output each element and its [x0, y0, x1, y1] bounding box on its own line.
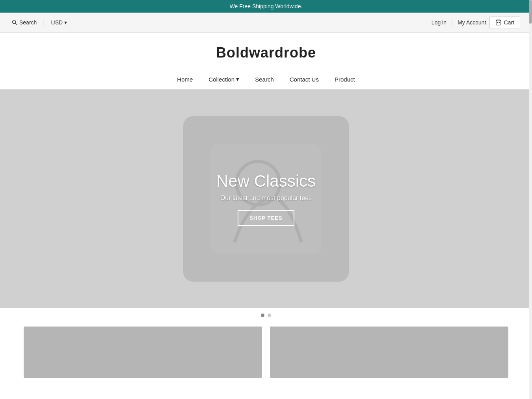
hero-title: New Classics — [216, 172, 316, 191]
scrollbar-thumb[interactable] — [529, 0, 532, 24]
currency-selector[interactable]: USD ▾ — [51, 19, 67, 26]
search-button[interactable]: Search — [12, 19, 37, 26]
slider-dots — [0, 308, 532, 323]
brand-name: Boldwardrobe — [8, 45, 524, 61]
hero-subtitle: Our latest and most popular tees — [216, 195, 316, 202]
hero-content: New Classics Our latest and most popular… — [216, 172, 316, 226]
scrollbar[interactable] — [529, 0, 532, 378]
account-link[interactable]: My Account — [458, 19, 486, 26]
search-icon — [12, 20, 17, 25]
nav-item-product[interactable]: Product — [335, 76, 355, 83]
shop-tees-button[interactable]: SHOP TEES — [238, 210, 294, 226]
currency-dropdown-icon: ▾ — [64, 19, 67, 26]
preview-card-2[interactable] — [270, 327, 508, 378]
nav-divider-2: | — [451, 19, 453, 26]
brand-header: Boldwardrobe — [0, 33, 532, 69]
announcement-text: We Free Shipping Worldwide. — [230, 3, 303, 9]
announcement-bar: We Free Shipping Worldwide. — [0, 0, 532, 13]
login-link[interactable]: Log in — [432, 19, 446, 26]
preview-card-1[interactable] — [24, 327, 262, 378]
currency-label: USD — [51, 19, 63, 26]
nav-item-home[interactable]: Home — [177, 76, 193, 83]
nav-item-contact[interactable]: Contact Us — [290, 76, 319, 83]
slider-dot-2[interactable] — [268, 314, 271, 317]
search-label: Search — [19, 19, 37, 26]
nav-item-collection[interactable]: Collection ▾ — [208, 76, 239, 83]
bottom-preview-cards — [0, 323, 532, 378]
utility-nav-right: Log in | My Account Cart — [432, 17, 520, 28]
cart-button[interactable]: Cart — [489, 17, 520, 28]
utility-nav: Search | USD ▾ Log in | My Account Cart — [0, 13, 532, 33]
slider-dot-1[interactable] — [261, 314, 264, 317]
svg-point-0 — [12, 20, 15, 23]
main-nav: Home Collection ▾ Search Contact Us Prod… — [0, 69, 532, 89]
svg-line-1 — [15, 23, 17, 25]
cart-label: Cart — [504, 19, 514, 26]
cart-icon — [495, 19, 502, 26]
collection-dropdown-icon: ▾ — [236, 76, 239, 83]
nav-item-search[interactable]: Search — [255, 76, 274, 83]
nav-divider: | — [43, 19, 45, 26]
hero-slider: New Classics Our latest and most popular… — [0, 89, 532, 308]
utility-nav-left: Search | USD ▾ — [12, 19, 67, 26]
